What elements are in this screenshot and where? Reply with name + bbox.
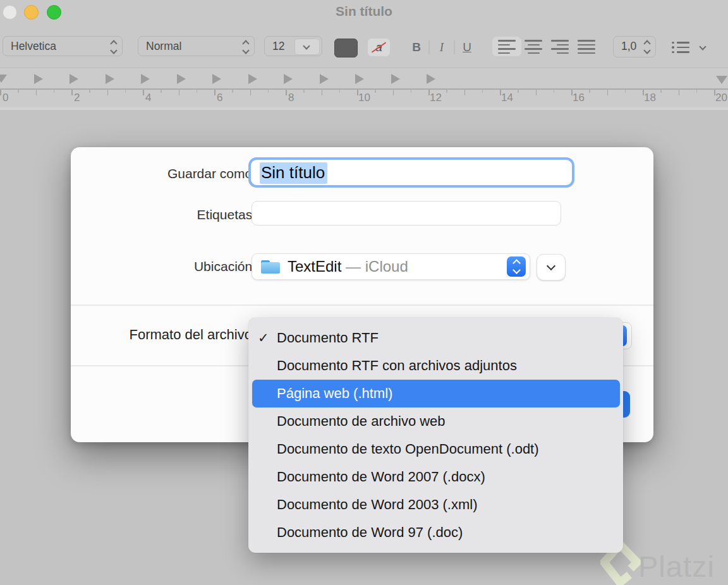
ruler-number: 10 xyxy=(358,92,370,104)
chevron-down-icon[interactable] xyxy=(700,44,705,49)
divider xyxy=(428,40,430,54)
tags-input[interactable] xyxy=(252,201,561,226)
ruler-tick xyxy=(696,90,698,93)
menu-item-html[interactable]: Página web (.html) xyxy=(252,380,620,407)
ruler-tick xyxy=(303,90,305,93)
ruler-bottom-strip xyxy=(0,107,728,110)
ruler-tick xyxy=(518,90,519,93)
font-family-select[interactable]: Helvetica xyxy=(3,36,123,56)
ruler-tick xyxy=(197,90,198,93)
checkmark-icon: ✓ xyxy=(258,324,269,352)
bold-button[interactable]: B xyxy=(406,39,427,56)
ruler-tick xyxy=(411,90,412,93)
right-margin-marker-icon[interactable] xyxy=(716,76,727,84)
file-format-label: Formato del archivo: xyxy=(79,327,256,343)
save-as-input[interactable]: Sin título xyxy=(248,157,574,188)
tab-stop-icon[interactable] xyxy=(248,74,257,84)
ruler-tick xyxy=(125,90,126,93)
popup-stepper-icon xyxy=(507,256,526,277)
ruler-tick xyxy=(161,90,162,93)
file-format-menu: ✓ Documento RTF Documento RTF con archiv… xyxy=(248,318,623,553)
folder-icon xyxy=(261,260,280,274)
ruler-tick xyxy=(679,90,680,95)
divider xyxy=(71,305,653,306)
tab-stop-icon[interactable] xyxy=(177,74,186,84)
left-margin-marker-icon[interactable] xyxy=(0,75,7,83)
ruler-tick xyxy=(214,90,215,95)
ruler-number: 12 xyxy=(430,92,442,104)
align-left-button[interactable] xyxy=(498,40,516,54)
menu-item-doc[interactable]: Documento de Word 97 (.doc) xyxy=(248,519,623,546)
tab-stop-icon[interactable] xyxy=(141,74,150,84)
tab-stop-icon[interactable] xyxy=(355,74,364,84)
underline-button[interactable]: U xyxy=(457,39,477,56)
ruler-number: 6 xyxy=(217,92,222,104)
menu-item-xml[interactable]: Documento de Word 2003 (.xml) xyxy=(248,491,623,519)
ruler-number: 2 xyxy=(74,92,80,104)
align-right-button[interactable] xyxy=(551,40,569,54)
background-color-button[interactable]: a xyxy=(368,39,390,56)
stepper-icon xyxy=(111,41,116,53)
tab-stop-icon[interactable] xyxy=(70,74,78,84)
ruler-tick xyxy=(18,90,19,93)
ruler-tick xyxy=(232,90,233,93)
tab-stop-icon[interactable] xyxy=(284,74,293,84)
ruler-tick xyxy=(375,90,376,93)
ruler-tick xyxy=(446,90,447,93)
ruler-number: 16 xyxy=(573,92,585,104)
ruler-tick xyxy=(482,90,483,93)
menu-item-odt[interactable]: Documento de texto OpenDocument (.odt) xyxy=(248,435,623,463)
ruler-number: 0 xyxy=(3,92,8,104)
ruler-tick xyxy=(286,90,287,95)
selected-text: Sin título xyxy=(260,162,327,184)
ruler-tick xyxy=(536,90,537,95)
ruler-tick xyxy=(250,90,252,95)
ruler-tick xyxy=(179,90,180,95)
window-title: Sin título xyxy=(0,4,728,19)
ruler-tick xyxy=(393,90,394,95)
ruler-tick xyxy=(54,90,55,93)
location-popup-button[interactable]: TextEdit — iCloud xyxy=(252,253,530,280)
menu-item-rtf[interactable]: ✓ Documento RTF xyxy=(248,324,623,352)
ruler-number: 8 xyxy=(288,92,294,104)
ruler-tick xyxy=(89,90,90,93)
ruler[interactable]: 0 2 4 6 8 10 12 14 16 18 20 xyxy=(0,68,728,108)
ruler-number: 14 xyxy=(501,92,513,104)
menu-item-webarchive[interactable]: Documento de archivo web xyxy=(248,407,623,435)
tab-stop-icon[interactable] xyxy=(212,74,221,84)
align-center-button[interactable] xyxy=(525,40,542,54)
stepper-icon xyxy=(243,41,248,53)
italic-button[interactable]: I xyxy=(432,39,452,56)
line-spacing-stepper[interactable]: 1,0 xyxy=(613,36,656,57)
tab-stop-icon[interactable] xyxy=(320,74,329,84)
tab-stop-icon[interactable] xyxy=(106,74,114,84)
ruler-number: 4 xyxy=(145,92,151,104)
ruler-tick xyxy=(464,90,466,95)
tab-stop-icon[interactable] xyxy=(427,74,435,84)
ruler-tick xyxy=(589,90,590,93)
chevron-down-icon[interactable] xyxy=(294,39,320,55)
stepper-icon xyxy=(645,41,650,53)
ruler-tick xyxy=(625,90,626,93)
tags-label: Etiquetas: xyxy=(79,207,256,222)
ruler-number: 20 xyxy=(715,92,727,104)
menu-item-docx[interactable]: Documento de Word 2007 (.docx) xyxy=(248,463,623,491)
platzi-watermark-text: Platzi xyxy=(638,549,715,584)
align-justify-button[interactable] xyxy=(578,40,595,54)
ruler-tick xyxy=(268,90,269,93)
ruler-tick xyxy=(71,90,73,95)
list-style-button[interactable] xyxy=(672,42,691,54)
font-size-select[interactable]: 12 xyxy=(264,36,322,56)
location-label: Ubicación: xyxy=(79,259,256,274)
divider xyxy=(454,40,455,54)
expand-dialog-button[interactable] xyxy=(537,254,566,280)
ruler-number: 18 xyxy=(644,92,656,104)
menu-item-rtfd[interactable]: Documento RTF con archivos adjuntos xyxy=(248,352,623,380)
paragraph-style-select[interactable]: Normal xyxy=(138,36,255,56)
tab-stop-icon[interactable] xyxy=(391,74,400,84)
ruler-tick xyxy=(107,90,109,95)
text-color-swatch[interactable] xyxy=(334,39,358,57)
save-as-label: Guardar como: xyxy=(79,166,256,181)
tab-stop-icon[interactable] xyxy=(34,74,43,84)
ruler-tick xyxy=(607,90,609,95)
